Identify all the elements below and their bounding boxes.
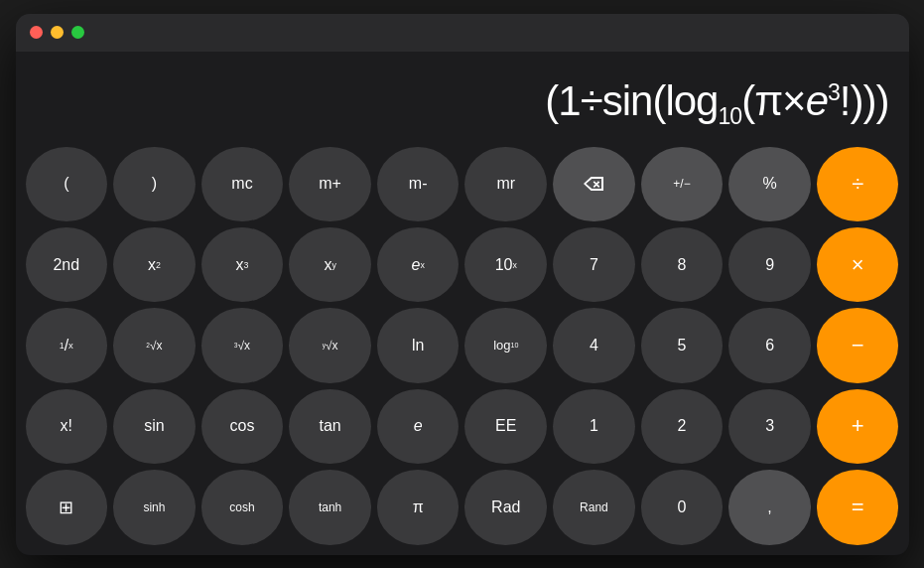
e-button[interactable]: e [377,389,460,464]
minimize-button[interactable] [51,26,64,39]
xy-button[interactable]: xy [289,227,371,302]
9-button[interactable]: 9 [728,227,811,302]
2nd-button[interactable]: 2nd [26,227,108,302]
10x-button[interactable]: 10x [464,227,547,302]
sqrty-button[interactable]: y√x [289,308,371,382]
sqrt2-button[interactable]: 2√x [113,308,196,382]
title-bar [16,14,909,52]
cos-button[interactable]: cos [201,389,284,464]
tanh-button[interactable]: tanh [289,470,371,544]
7-button[interactable]: 7 [553,227,635,302]
backspace-button[interactable] [553,147,635,221]
plus-minus-button[interactable]: +/− [641,147,724,221]
1-button[interactable]: 1 [553,389,635,464]
maximize-button[interactable] [71,26,84,39]
plus-button[interactable]: + [817,389,899,464]
mc-button[interactable]: mc [201,147,284,221]
ee-button[interactable]: EE [464,389,547,464]
0-button[interactable]: 0 [641,470,724,544]
buttons-grid: ()mcm+m-mr+/−%÷2ndx2x3xyex10x789×1/x2√x3… [16,141,909,555]
open-paren-button[interactable]: ( [26,147,108,221]
equals-button[interactable]: = [817,470,899,544]
mplus-button[interactable]: m+ [289,147,371,221]
xfact-button[interactable]: x! [26,389,108,464]
rad-button[interactable]: Rad [464,470,547,544]
sinh-button[interactable]: sinh [113,470,196,544]
converter-button[interactable]: ⊞ [26,470,108,544]
sin-button[interactable]: sin [113,389,196,464]
close-button[interactable] [30,26,43,39]
sqrt3-button[interactable]: 3√x [201,308,284,382]
divide-button[interactable]: ÷ [817,147,899,221]
percent-button[interactable]: % [728,147,811,221]
x2-button[interactable]: x2 [113,227,196,302]
rand-button[interactable]: Rand [553,470,635,544]
ex-button[interactable]: ex [377,227,460,302]
6-button[interactable]: 6 [728,308,811,382]
display: (1÷sin(log10(π×e3!))) [16,52,909,141]
4-button[interactable]: 4 [553,308,635,382]
multiply-button[interactable]: × [817,227,899,302]
ln-button[interactable]: ln [377,308,460,382]
3-button[interactable]: 3 [728,389,811,464]
2-button[interactable]: 2 [641,389,724,464]
cosh-button[interactable]: cosh [201,470,284,544]
5-button[interactable]: 5 [641,308,724,382]
tan-button[interactable]: tan [289,389,371,464]
minus-button[interactable]: − [817,308,899,382]
x3-button[interactable]: x3 [201,227,284,302]
comma-button[interactable]: , [728,470,811,544]
log10-button[interactable]: log10 [464,308,547,382]
8-button[interactable]: 8 [641,227,724,302]
inv-x-button[interactable]: 1/x [26,308,108,382]
display-value: (1÷sin(log10(π×e3!))) [545,80,888,128]
pi-button[interactable]: π [377,470,460,544]
calculator-window: (1÷sin(log10(π×e3!))) ()mcm+m-mr+/−%÷2nd… [16,14,909,555]
close-paren-button[interactable]: ) [113,147,196,221]
mr-button[interactable]: mr [464,147,547,221]
mminus-button[interactable]: m- [377,147,460,221]
